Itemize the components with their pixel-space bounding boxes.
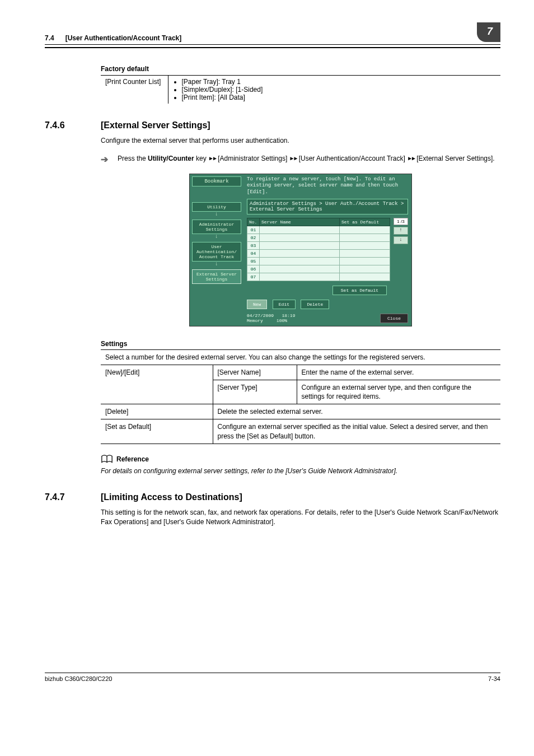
table-row[interactable]: 06 bbox=[247, 265, 390, 273]
factory-item: [Simplex/Duplex]: [1-Sided] bbox=[182, 86, 496, 94]
section-747-heading: 7.4.7 [Limiting Access to Destinations] bbox=[45, 492, 500, 502]
sidebar-item-utility[interactable]: Utility bbox=[192, 202, 241, 212]
panel-status: 04/27/2009 18:19 Memory 100% bbox=[247, 314, 295, 324]
nav-seg: [User Authentication/Account Track] bbox=[297, 155, 407, 162]
factory-default-table: [Print Counter List] [Paper Tray]: Tray … bbox=[101, 75, 500, 104]
settings-new-edit-label: [New]/[Edit] bbox=[101, 365, 213, 404]
section-747-body: This setting is for the network scan, fa… bbox=[101, 508, 500, 527]
delete-button[interactable]: Delete bbox=[301, 300, 329, 309]
sidebar-item-user-auth[interactable]: User Authentication/ Account Track bbox=[192, 242, 241, 262]
table-row[interactable]: 01 bbox=[247, 226, 390, 234]
factory-default-heading: Factory default bbox=[101, 65, 500, 73]
page-footer: bizhub C360/C280/C220 7-34 bbox=[45, 673, 500, 682]
arrow-icon: ➔ bbox=[101, 153, 118, 166]
settings-table: Select a number for the desired external… bbox=[101, 349, 500, 444]
section-number: 7.4.6 bbox=[45, 120, 101, 130]
table-row[interactable]: 07 bbox=[247, 273, 390, 281]
header-title: 7.4 [User Authentication/Account Track] bbox=[45, 34, 181, 42]
row-no: 01 bbox=[247, 226, 260, 234]
chevron-icon: ►► bbox=[407, 155, 415, 161]
settings-delete-desc: Delete the selected external server. bbox=[213, 404, 500, 419]
table-row[interactable]: 05 bbox=[247, 257, 390, 265]
status-mem-label: Memory bbox=[247, 318, 263, 323]
nav-seg: [Administrator Settings] bbox=[216, 155, 289, 162]
down-arrow-icon: ↓ bbox=[192, 211, 241, 217]
down-arrow-icon: ↓ bbox=[192, 234, 241, 240]
panel-sidebar: Bookmark Utility ↓ Administrator Setting… bbox=[190, 174, 243, 325]
table-row[interactable]: 04 bbox=[247, 249, 390, 257]
pager: 1 /3 ↑ ↓ bbox=[394, 218, 408, 281]
row-no: 03 bbox=[247, 241, 260, 249]
status-time: 18:19 bbox=[282, 313, 295, 318]
header-section-title: [User Authentication/Account Track] bbox=[65, 34, 182, 42]
screenshot-panel: Bookmark Utility ↓ Administrator Setting… bbox=[189, 174, 412, 326]
settings-delete-label: [Delete] bbox=[101, 404, 213, 419]
reference-label: Reference bbox=[116, 455, 149, 463]
close-button[interactable]: Close bbox=[380, 314, 408, 323]
factory-item: [Print Item]: [All Data] bbox=[182, 94, 496, 101]
chapter-tab: 7 bbox=[477, 22, 500, 42]
panel-breadcrumb: Administrator Settings > User Auth./Acco… bbox=[247, 199, 408, 214]
status-mem-value: 100% bbox=[277, 318, 287, 323]
settings-intro: Select a number for the desired external… bbox=[101, 349, 500, 365]
th-server-name: Server Name bbox=[260, 218, 340, 226]
row-no: 06 bbox=[247, 265, 260, 273]
settings-set-default-desc: Configure an external server specified a… bbox=[213, 419, 500, 444]
sidebar-item-admin-settings[interactable]: Administrator Settings bbox=[192, 220, 241, 234]
table-row[interactable]: 03 bbox=[247, 241, 390, 249]
status-date: 04/27/2009 bbox=[247, 313, 274, 318]
section-number: 7.4.7 bbox=[45, 492, 101, 502]
bookmark-tab[interactable]: Bookmark bbox=[192, 176, 241, 186]
settings-set-default-label: [Set as Default] bbox=[101, 419, 213, 444]
reference-row: Reference bbox=[101, 454, 500, 464]
page-header: 7.4 [User Authentication/Account Track] … bbox=[45, 22, 500, 42]
navigation-path: ➔ Press the Utility/Counter key ►► [Admi… bbox=[101, 153, 500, 166]
book-icon bbox=[101, 454, 113, 464]
page-down-button[interactable]: ↓ bbox=[394, 236, 408, 244]
chevron-icon: ►► bbox=[289, 155, 297, 161]
row-no: 04 bbox=[247, 249, 260, 257]
nav-key: Utility/Counter bbox=[148, 155, 194, 162]
th-set-default: Set as Default bbox=[340, 218, 390, 226]
rule-thin bbox=[45, 44, 500, 45]
server-table: No. Server Name Set as Default 01 02 03 … bbox=[247, 218, 390, 281]
down-arrow-icon: ↓ bbox=[192, 261, 241, 267]
settings-server-name-desc: Enter the name of the external server. bbox=[297, 365, 500, 380]
settings-server-type-label: [Server Type] bbox=[213, 380, 297, 404]
settings-server-name-label: [Server Name] bbox=[213, 365, 297, 380]
factory-col1: [Print Counter List] bbox=[101, 76, 168, 104]
settings-heading: Settings bbox=[101, 340, 500, 348]
chevron-icon: ►► bbox=[208, 155, 216, 161]
section-746-heading: 7.4.6 [External Server Settings] bbox=[45, 120, 500, 130]
new-button[interactable]: New bbox=[247, 300, 267, 309]
footer-right: 7-34 bbox=[488, 675, 500, 682]
settings-server-type-desc: Configure an external server type, and t… bbox=[297, 380, 500, 404]
edit-button[interactable]: Edit bbox=[273, 300, 296, 309]
nav-prefix: Press the bbox=[118, 155, 148, 162]
section-title: [Limiting Access to Destinations] bbox=[101, 492, 242, 502]
header-section-no: 7.4 bbox=[45, 34, 54, 42]
footer-left: bizhub C360/C280/C220 bbox=[45, 675, 112, 682]
rule-thick bbox=[45, 47, 500, 48]
navigation-path-text: Press the Utility/Counter key ►► [Admini… bbox=[118, 153, 500, 166]
reference-text: For details on configuring external serv… bbox=[101, 466, 500, 475]
factory-item: [Paper Tray]: Tray 1 bbox=[182, 78, 496, 86]
th-no: No. bbox=[247, 218, 260, 226]
page-up-button[interactable]: ↑ bbox=[394, 227, 408, 235]
section-746-intro: Configure the external server that perfo… bbox=[101, 136, 500, 146]
factory-col2: [Paper Tray]: Tray 1 [Simplex/Duplex]: [… bbox=[168, 76, 500, 104]
panel-instruction: To register a new server, touch [New]. T… bbox=[247, 176, 408, 195]
table-row[interactable]: 02 bbox=[247, 234, 390, 241]
pager-count: 1 /3 bbox=[394, 218, 408, 225]
nav-seg: [External Server Settings]. bbox=[415, 155, 495, 162]
row-no: 07 bbox=[247, 273, 260, 281]
section-title: [External Server Settings] bbox=[101, 120, 210, 130]
row-no: 05 bbox=[247, 257, 260, 265]
set-as-default-button[interactable]: Set as Default bbox=[332, 286, 387, 295]
row-no: 02 bbox=[247, 234, 260, 241]
nav-seg: key bbox=[194, 155, 208, 162]
panel-main: To register a new server, touch [New]. T… bbox=[243, 174, 411, 325]
sidebar-item-external-server[interactable]: External Server Settings bbox=[192, 269, 241, 284]
